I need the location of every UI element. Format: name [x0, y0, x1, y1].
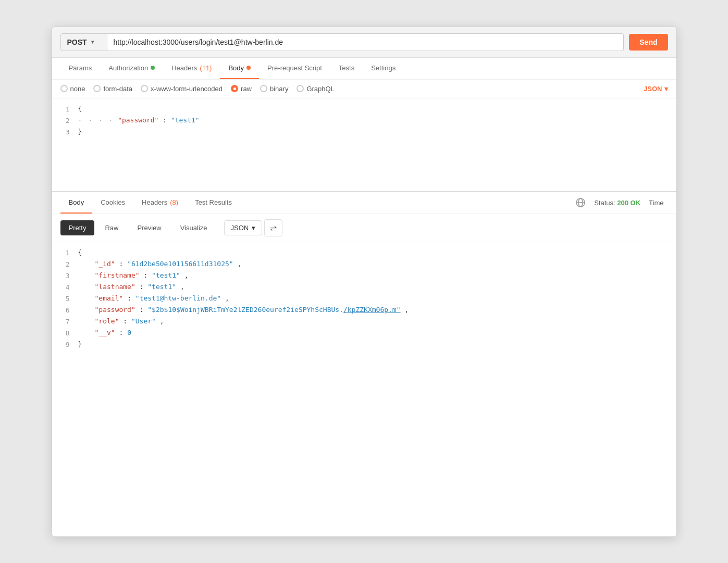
method-selector[interactable]: POST ▾: [60, 33, 107, 51]
json-type-dropdown[interactable]: JSON ▾: [644, 85, 668, 93]
resp-json-chevron: ▾: [252, 224, 255, 232]
tab-tests[interactable]: Tests: [330, 58, 363, 79]
tab-headers[interactable]: Headers (11): [163, 58, 220, 79]
req-sep: :: [163, 116, 171, 124]
resp-tab-headers[interactable]: Headers (8): [133, 192, 187, 214]
radio-raw-label: raw: [241, 85, 252, 93]
resp-code-2: "_id" : "61d2be50e101156611d31025" ,: [78, 260, 676, 268]
tab-prerequest-label: Pre-request Script: [267, 64, 322, 72]
json-type-label: JSON: [644, 85, 662, 93]
resp-sep-3: :: [143, 271, 152, 279]
radio-form-data[interactable]: form-data: [93, 85, 132, 93]
radio-raw[interactable]: raw: [231, 85, 252, 93]
resp-tab-testresults-label: Test Results: [195, 198, 232, 206]
resp-key-v: "__v": [95, 329, 115, 336]
resp-key-lastname: "lastname": [95, 283, 135, 291]
format-raw-label: Raw: [105, 224, 118, 232]
resp-val-firstname: "test1": [152, 271, 180, 279]
body-type-bar: none form-data x-www-form-urlencoded raw…: [52, 80, 676, 98]
resp-code-4: "lastname" : "test1" ,: [78, 283, 676, 291]
resp-line-9: 9 }: [52, 340, 676, 352]
format-visualize-label: Visualize: [180, 224, 207, 232]
radio-urlencoded-circle: [141, 85, 148, 92]
status-label: Status: 200 OK: [594, 199, 640, 207]
resp-key-id: "_id": [95, 260, 115, 268]
resp-lnum-5: 5: [52, 294, 78, 303]
format-preview-label: Preview: [137, 224, 161, 232]
resp-code-5: "email" : "test1@htw-berlin.de" ,: [78, 294, 676, 302]
radio-binary[interactable]: binary: [260, 85, 288, 93]
resp-code-9: }: [78, 340, 676, 348]
radio-none-circle: [60, 85, 68, 92]
radio-binary-label: binary: [270, 85, 288, 93]
url-input[interactable]: [107, 33, 624, 51]
resp-val-v: 0: [127, 329, 131, 336]
request-code-editor[interactable]: 1 { 2 · · · · "password" : "test1" 3 }: [52, 98, 676, 192]
tab-authorization-label: Authorization: [108, 64, 148, 72]
tab-prerequest[interactable]: Pre-request Script: [259, 58, 330, 79]
resp-sep-7: :: [123, 317, 131, 325]
resp-line-5: 5 "email" : "test1@htw-berlin.de" ,: [52, 294, 676, 306]
tab-settings[interactable]: Settings: [363, 58, 404, 79]
response-body-editor: 1 { 2 "_id" : "61d2be50e101156611d31025"…: [52, 242, 676, 358]
resp-lnum-3: 3: [52, 271, 78, 280]
req-line-num-1: 1: [52, 105, 78, 113]
radio-form-data-circle: [93, 85, 101, 92]
resp-lnum-6: 6: [52, 306, 78, 314]
req-val-password: "test1": [171, 116, 200, 124]
resp-tab-testresults[interactable]: Test Results: [187, 192, 240, 214]
resp-lnum-8: 8: [52, 329, 78, 337]
resp-comma-7: ,: [160, 317, 164, 325]
radio-none[interactable]: none: [60, 85, 85, 93]
time-label: Time: [649, 199, 663, 207]
req-code-1: {: [78, 105, 676, 112]
resp-tab-cookies[interactable]: Cookies: [92, 192, 133, 214]
url-bar: POST ▾ Send: [52, 27, 676, 58]
resp-code-1: {: [78, 248, 676, 256]
req-line-1: 1 {: [52, 105, 676, 116]
wrap-icon: ⇌: [270, 223, 277, 233]
resp-headers-count: (8): [170, 198, 178, 206]
radio-binary-circle: [260, 85, 267, 92]
wrap-button[interactable]: ⇌: [264, 219, 282, 236]
resp-val-password-part1: "$2b$10$WoinjWBRiTmYe2lZED260euref2ieSPY…: [147, 306, 343, 314]
resp-line-8: 8 "__v" : 0: [52, 329, 676, 340]
resp-val-role: "User": [131, 317, 156, 325]
req-key-password: "password": [118, 116, 158, 124]
resp-line-3: 3 "firstname" : "test1" ,: [52, 271, 676, 283]
resp-code-6: "password" : "$2b$10$WoinjWBRiTmYe2lZED2…: [78, 306, 676, 314]
radio-none-label: none: [70, 85, 85, 93]
resp-json-dropdown[interactable]: JSON ▾: [224, 220, 263, 235]
resp-line-2: 2 "_id" : "61d2be50e101156611d31025" ,: [52, 260, 676, 271]
req-code-3: }: [78, 128, 676, 135]
resp-val-password-part2: /kpZZKXm06p.m": [343, 306, 401, 314]
resp-tab-body[interactable]: Body: [60, 192, 93, 214]
resp-comma-2: ,: [237, 260, 241, 268]
req-indent-dots: · · · ·: [78, 116, 114, 124]
method-label: POST: [67, 38, 87, 46]
globe-icon: [575, 197, 586, 208]
resp-line-4: 4 "lastname" : "test1" ,: [52, 283, 676, 294]
resp-key-role: "role": [95, 317, 119, 325]
resp-val-email: "test1@htw-berlin.de": [135, 294, 221, 302]
tab-headers-label: Headers: [171, 64, 197, 72]
format-visualize[interactable]: Visualize: [172, 220, 216, 235]
radio-graphql[interactable]: GraphQL: [297, 85, 334, 93]
send-button[interactable]: Send: [629, 34, 668, 51]
tab-params[interactable]: Params: [60, 58, 101, 79]
resp-sep-8: :: [119, 329, 127, 336]
format-preview[interactable]: Preview: [129, 220, 169, 235]
tab-authorization[interactable]: Authorization: [100, 58, 163, 79]
format-pretty-label: Pretty: [69, 224, 87, 232]
format-pretty[interactable]: Pretty: [60, 220, 95, 235]
resp-tab-cookies-label: Cookies: [101, 198, 125, 206]
headers-count: (11): [200, 64, 212, 72]
authorization-dot: [151, 66, 155, 70]
format-raw[interactable]: Raw: [96, 220, 127, 235]
resp-comma-6: ,: [404, 306, 409, 314]
req-code-2: · · · · "password" : "test1": [78, 116, 676, 124]
radio-graphql-circle: [297, 85, 304, 92]
radio-urlencoded[interactable]: x-www-form-urlencoded: [141, 85, 223, 93]
resp-tab-body-label: Body: [69, 198, 84, 206]
tab-body[interactable]: Body: [220, 58, 259, 79]
